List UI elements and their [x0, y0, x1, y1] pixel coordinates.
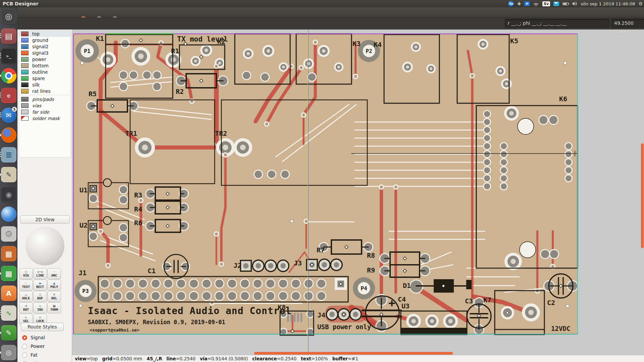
launcher-item-safe[interactable]: ◉: [0, 186, 17, 203]
tool-via-button[interactable]: ○VIA: [19, 268, 33, 279]
3d-preview-sphere[interactable]: [25, 227, 64, 265]
teamviewer-tray-icon[interactable]: ⇄: [524, 1, 530, 6]
launcher-item-notes[interactable]: ✎: [0, 166, 17, 184]
clock[interactable]: sön sep 1 2019 11:46:08: [581, 1, 635, 6]
tool-rect-button[interactable]: ▬RECT: [33, 280, 47, 291]
radio-unselected-icon[interactable]: [22, 344, 27, 349]
route-style-signal[interactable]: Signal: [22, 334, 45, 341]
layer-color-swatch[interactable]: [21, 38, 29, 43]
layer-color-swatch[interactable]: [21, 32, 29, 36]
layer-item-bottom[interactable]: bottom: [19, 62, 70, 69]
status-segment: line=0.2540: [166, 356, 196, 361]
tool-del-icon: ✕: [53, 293, 56, 296]
layer-color-swatch[interactable]: [21, 110, 29, 114]
layer-color-swatch[interactable]: [21, 63, 29, 68]
system-tray: hp ✚ ⇄ Sv sön sep 1 2019 11:46:08 ⚙: [508, 0, 643, 7]
layer-item-spare[interactable]: spare: [19, 75, 70, 81]
launcher-item-libreoffice-writer[interactable]: ≣: [0, 146, 17, 164]
layer-item-pins-pads[interactable]: pins/pads: [19, 96, 70, 102]
pad: [218, 62, 221, 65]
plugin-tray-icon[interactable]: ✚: [517, 1, 521, 6]
launcher-item-google-earth[interactable]: [0, 206, 17, 223]
layer-color-swatch[interactable]: [21, 76, 29, 81]
layer-item-signal3[interactable]: signal3: [19, 50, 70, 56]
tool-line-button[interactable]: o─oLINE: [33, 268, 47, 279]
battery-icon[interactable]: [562, 2, 569, 5]
keyboard-layout-indicator[interactable]: Sv: [542, 1, 550, 6]
window-titlebar[interactable]: ✕ – ▢ isaac (isaac/isaac-0.9.pcb) - PCB: [17, 7, 644, 17]
layer-item-power[interactable]: power: [19, 56, 70, 62]
mail-icon[interactable]: [553, 2, 559, 6]
pad: [430, 67, 432, 70]
tool-del-button[interactable]: ✕DEL: [47, 291, 61, 302]
tool-ins-button[interactable]: ∿INS: [33, 302, 47, 313]
layer-color-swatch[interactable]: [21, 89, 29, 94]
layer-item-signal2[interactable]: signal2: [19, 43, 70, 50]
launcher-item-firefox[interactable]: [0, 127, 17, 144]
launcher-item-document-viewer[interactable]: e: [0, 87, 17, 105]
launcher-item-image-viewer[interactable]: ◎: [0, 344, 17, 362]
launcher-item-terminal[interactable]: >_: [0, 48, 17, 65]
layer-item-far-side[interactable]: far side: [19, 109, 70, 115]
radio-label: Power: [31, 344, 45, 349]
2d-view-button[interactable]: 2D View: [20, 216, 70, 224]
pad: [120, 196, 127, 203]
layer-color-swatch[interactable]: [21, 44, 29, 49]
layer-label: far side: [32, 109, 49, 115]
tool-rot-button[interactable]: ↺ROT: [19, 302, 33, 313]
layer-item-top[interactable]: top: [19, 31, 70, 37]
vertical-scrollbar[interactable]: [641, 143, 644, 248]
layer-item-ground[interactable]: ground: [19, 37, 70, 43]
unread-count-badge: 5: [12, 107, 17, 112]
launcher-item-libreoffice-impress[interactable]: ▦: [0, 245, 17, 263]
tool-arc-button[interactable]: ◝ARC: [47, 268, 61, 279]
pad: [549, 116, 557, 124]
layer-color-swatch[interactable]: [21, 82, 29, 87]
radio-selected-icon[interactable]: [22, 335, 27, 340]
launcher-item-thunderbird[interactable]: ✉5: [0, 107, 17, 124]
layer-color-swatch[interactable]: [21, 70, 29, 74]
pcb-canvas[interactable]: P1P2P3P4K1K2K3K4K5K6K7K8R1R2R3R4R5R6R7R8…: [72, 29, 644, 355]
launcher-item-file-manager[interactable]: ▤: [0, 28, 17, 45]
launcher-item-pcb-editor[interactable]: ✎: [0, 324, 17, 342]
launcher-item-chrome[interactable]: [0, 67, 17, 85]
layer-color-swatch[interactable]: [21, 103, 29, 108]
tool-hole-button[interactable]: ◬HOLE: [19, 291, 33, 302]
header-pad: [228, 280, 236, 288]
route-style-fat[interactable]: Fat: [22, 351, 38, 359]
fiducial-dot: [566, 305, 569, 308]
via: [394, 186, 397, 189]
launcher-item-libreoffice-calc[interactable]: ▦: [0, 265, 17, 283]
layer-item-vias[interactable]: vias: [19, 102, 70, 109]
session-gear-icon[interactable]: ⚙: [638, 1, 643, 6]
volume-icon[interactable]: [572, 1, 577, 6]
tool-poly-button[interactable]: ▲POLY: [47, 280, 61, 291]
tool-text-button[interactable]: ∴TEXT: [19, 280, 33, 291]
launcher-item-ubuntu-software[interactable]: A: [0, 285, 17, 302]
layer-item-solder-mask[interactable]: solder mask: [19, 115, 70, 121]
tool-thrm-button[interactable]: ▩THRM: [47, 302, 61, 313]
route-style-skinny[interactable]: Skinny: [22, 360, 46, 362]
layer-item-rat-lines[interactable]: rat lines: [19, 88, 70, 94]
launcher-item-ubuntu-dash[interactable]: ◎: [0, 8, 17, 25]
launcher-item-system-tools[interactable]: ⚙: [0, 226, 17, 243]
layer-item-silk[interactable]: silk: [19, 81, 70, 88]
tool-buf-button[interactable]: ▯BUF: [33, 291, 47, 302]
refdes-R3: R3: [134, 191, 142, 199]
route-styles-button[interactable]: Route Styles: [21, 323, 64, 331]
radio-unselected-icon[interactable]: [22, 353, 27, 358]
wifi-icon[interactable]: [533, 1, 539, 6]
layer-color-swatch[interactable]: [21, 116, 29, 121]
ubuntu-dash-icon: ◎: [1, 9, 16, 24]
header-pad: [177, 280, 185, 288]
layer-color-swatch[interactable]: [21, 97, 29, 102]
hp-tray-icon[interactable]: hp: [508, 1, 514, 7]
route-style-power[interactable]: Power: [22, 343, 45, 350]
connector-pad: [484, 119, 490, 125]
fiducial-dot: [290, 220, 293, 223]
horizontal-scrollbar[interactable]: [254, 352, 453, 355]
layer-item-outline[interactable]: outline: [19, 69, 70, 75]
layer-color-swatch[interactable]: [21, 57, 29, 62]
layer-color-swatch[interactable]: [21, 51, 29, 55]
launcher-item-gschem[interactable]: ∿: [0, 305, 17, 322]
